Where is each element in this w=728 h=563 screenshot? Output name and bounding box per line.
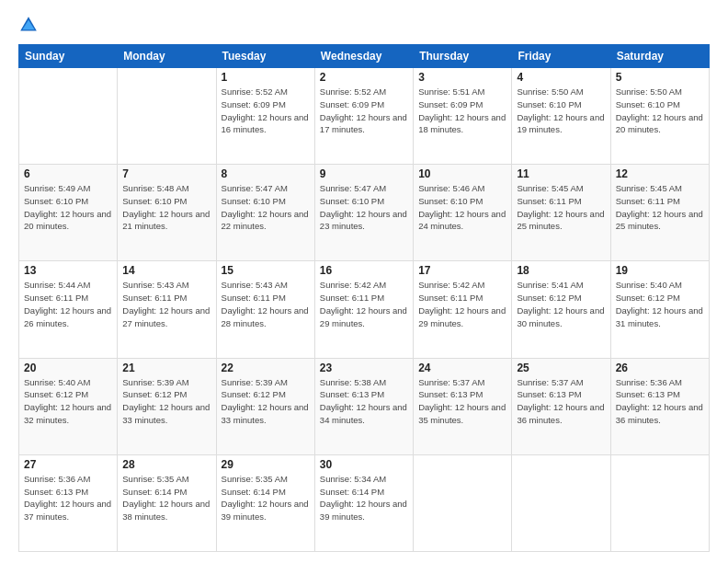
day-info: Sunrise: 5:52 AM Sunset: 6:09 PM Dayligh… xyxy=(320,86,408,136)
weekday-header-friday: Friday xyxy=(512,45,610,68)
day-info: Sunrise: 5:50 AM Sunset: 6:10 PM Dayligh… xyxy=(517,86,605,136)
day-info: Sunrise: 5:36 AM Sunset: 6:13 PM Dayligh… xyxy=(616,376,704,427)
weekday-header-wednesday: Wednesday xyxy=(314,45,413,68)
day-number: 6 xyxy=(24,167,112,180)
day-number: 10 xyxy=(418,167,506,180)
day-number: 15 xyxy=(222,264,310,277)
calendar-cell: 15Sunrise: 5:43 AM Sunset: 6:11 PM Dayli… xyxy=(216,261,314,358)
calendar-cell: 11Sunrise: 5:45 AM Sunset: 6:11 PM Dayli… xyxy=(512,165,610,261)
day-info: Sunrise: 5:35 AM Sunset: 6:14 PM Dayligh… xyxy=(222,473,310,523)
day-info: Sunrise: 5:37 AM Sunset: 6:13 PM Dayligh… xyxy=(517,376,605,427)
day-info: Sunrise: 5:51 AM Sunset: 6:09 PM Dayligh… xyxy=(418,86,506,136)
day-number: 28 xyxy=(122,458,210,471)
weekday-header-sunday: Sunday xyxy=(19,45,118,68)
day-number: 24 xyxy=(418,362,506,374)
weekday-header-tuesday: Tuesday xyxy=(216,45,314,68)
day-number: 5 xyxy=(616,71,704,84)
day-number: 21 xyxy=(122,362,210,374)
day-number: 30 xyxy=(320,458,408,471)
day-info: Sunrise: 5:38 AM Sunset: 6:13 PM Dayligh… xyxy=(320,376,408,427)
day-number: 16 xyxy=(320,264,408,277)
logo-icon xyxy=(18,15,39,35)
day-number: 20 xyxy=(24,362,112,374)
logo xyxy=(18,15,42,35)
day-info: Sunrise: 5:39 AM Sunset: 6:12 PM Dayligh… xyxy=(122,376,210,427)
calendar-week-5: 27Sunrise: 5:36 AM Sunset: 6:13 PM Dayli… xyxy=(19,454,710,551)
day-number: 7 xyxy=(122,167,210,180)
calendar-cell: 26Sunrise: 5:36 AM Sunset: 6:13 PM Dayli… xyxy=(610,358,709,454)
calendar-cell: 12Sunrise: 5:45 AM Sunset: 6:11 PM Dayli… xyxy=(610,165,709,261)
day-info: Sunrise: 5:34 AM Sunset: 6:14 PM Dayligh… xyxy=(320,473,408,523)
calendar-cell: 5Sunrise: 5:50 AM Sunset: 6:10 PM Daylig… xyxy=(610,68,709,165)
day-info: Sunrise: 5:46 AM Sunset: 6:10 PM Dayligh… xyxy=(418,182,506,233)
day-info: Sunrise: 5:44 AM Sunset: 6:11 PM Dayligh… xyxy=(24,279,112,329)
day-number: 8 xyxy=(222,167,310,180)
day-number: 13 xyxy=(24,264,112,277)
calendar-week-1: 1Sunrise: 5:52 AM Sunset: 6:09 PM Daylig… xyxy=(19,68,710,165)
day-number: 27 xyxy=(24,458,112,471)
day-info: Sunrise: 5:45 AM Sunset: 6:11 PM Dayligh… xyxy=(517,182,605,233)
day-info: Sunrise: 5:43 AM Sunset: 6:11 PM Dayligh… xyxy=(122,279,210,329)
calendar-cell xyxy=(414,454,512,551)
day-number: 17 xyxy=(418,264,506,277)
calendar-cell: 25Sunrise: 5:37 AM Sunset: 6:13 PM Dayli… xyxy=(512,358,610,454)
calendar-cell: 1Sunrise: 5:52 AM Sunset: 6:09 PM Daylig… xyxy=(216,68,314,165)
calendar-cell: 28Sunrise: 5:35 AM Sunset: 6:14 PM Dayli… xyxy=(118,454,216,551)
day-info: Sunrise: 5:35 AM Sunset: 6:14 PM Dayligh… xyxy=(122,473,210,523)
calendar-cell: 4Sunrise: 5:50 AM Sunset: 6:10 PM Daylig… xyxy=(512,68,610,165)
page: SundayMondayTuesdayWednesdayThursdayFrid… xyxy=(0,0,728,563)
day-info: Sunrise: 5:36 AM Sunset: 6:13 PM Dayligh… xyxy=(24,473,112,523)
day-info: Sunrise: 5:50 AM Sunset: 6:10 PM Dayligh… xyxy=(616,86,704,136)
day-info: Sunrise: 5:39 AM Sunset: 6:12 PM Dayligh… xyxy=(222,376,310,427)
day-info: Sunrise: 5:42 AM Sunset: 6:11 PM Dayligh… xyxy=(418,279,506,329)
day-number: 9 xyxy=(320,167,408,180)
day-number: 18 xyxy=(517,264,605,277)
calendar-week-4: 20Sunrise: 5:40 AM Sunset: 6:12 PM Dayli… xyxy=(19,358,710,454)
calendar-cell: 20Sunrise: 5:40 AM Sunset: 6:12 PM Dayli… xyxy=(19,358,118,454)
day-number: 26 xyxy=(616,362,704,374)
day-info: Sunrise: 5:43 AM Sunset: 6:11 PM Dayligh… xyxy=(222,279,310,329)
calendar-cell xyxy=(118,68,216,165)
day-info: Sunrise: 5:52 AM Sunset: 6:09 PM Dayligh… xyxy=(222,86,310,136)
calendar-cell xyxy=(610,454,709,551)
day-number: 29 xyxy=(222,458,310,471)
day-info: Sunrise: 5:40 AM Sunset: 6:12 PM Dayligh… xyxy=(24,376,112,427)
calendar-cell: 23Sunrise: 5:38 AM Sunset: 6:13 PM Dayli… xyxy=(314,358,413,454)
day-number: 12 xyxy=(616,167,704,180)
day-number: 25 xyxy=(517,362,605,374)
calendar-week-2: 6Sunrise: 5:49 AM Sunset: 6:10 PM Daylig… xyxy=(19,165,710,261)
calendar-cell: 8Sunrise: 5:47 AM Sunset: 6:10 PM Daylig… xyxy=(216,165,314,261)
calendar-cell: 17Sunrise: 5:42 AM Sunset: 6:11 PM Dayli… xyxy=(414,261,512,358)
calendar-cell: 21Sunrise: 5:39 AM Sunset: 6:12 PM Dayli… xyxy=(118,358,216,454)
calendar-cell: 29Sunrise: 5:35 AM Sunset: 6:14 PM Dayli… xyxy=(216,454,314,551)
calendar-cell: 2Sunrise: 5:52 AM Sunset: 6:09 PM Daylig… xyxy=(314,68,413,165)
day-info: Sunrise: 5:47 AM Sunset: 6:10 PM Dayligh… xyxy=(320,182,408,233)
day-info: Sunrise: 5:48 AM Sunset: 6:10 PM Dayligh… xyxy=(122,182,210,233)
calendar-cell: 14Sunrise: 5:43 AM Sunset: 6:11 PM Dayli… xyxy=(118,261,216,358)
calendar-cell xyxy=(19,68,118,165)
day-number: 14 xyxy=(122,264,210,277)
calendar-cell: 22Sunrise: 5:39 AM Sunset: 6:12 PM Dayli… xyxy=(216,358,314,454)
calendar-table: SundayMondayTuesdayWednesdayThursdayFrid… xyxy=(18,44,710,552)
day-number: 23 xyxy=(320,362,408,374)
weekday-header-monday: Monday xyxy=(118,45,216,68)
calendar-cell: 16Sunrise: 5:42 AM Sunset: 6:11 PM Dayli… xyxy=(314,261,413,358)
day-info: Sunrise: 5:37 AM Sunset: 6:13 PM Dayligh… xyxy=(418,376,506,427)
day-number: 19 xyxy=(616,264,704,277)
calendar-cell: 24Sunrise: 5:37 AM Sunset: 6:13 PM Dayli… xyxy=(414,358,512,454)
day-info: Sunrise: 5:45 AM Sunset: 6:11 PM Dayligh… xyxy=(616,182,704,233)
calendar-cell: 27Sunrise: 5:36 AM Sunset: 6:13 PM Dayli… xyxy=(19,454,118,551)
calendar-cell: 10Sunrise: 5:46 AM Sunset: 6:10 PM Dayli… xyxy=(414,165,512,261)
calendar-cell: 9Sunrise: 5:47 AM Sunset: 6:10 PM Daylig… xyxy=(314,165,413,261)
calendar-cell xyxy=(512,454,610,551)
day-number: 1 xyxy=(222,71,310,84)
day-info: Sunrise: 5:49 AM Sunset: 6:10 PM Dayligh… xyxy=(24,182,112,233)
calendar-cell: 13Sunrise: 5:44 AM Sunset: 6:11 PM Dayli… xyxy=(19,261,118,358)
day-number: 11 xyxy=(517,167,605,180)
calendar-cell: 19Sunrise: 5:40 AM Sunset: 6:12 PM Dayli… xyxy=(610,261,709,358)
calendar-cell: 30Sunrise: 5:34 AM Sunset: 6:14 PM Dayli… xyxy=(314,454,413,551)
weekday-header-row: SundayMondayTuesdayWednesdayThursdayFrid… xyxy=(19,45,710,68)
calendar-cell: 18Sunrise: 5:41 AM Sunset: 6:12 PM Dayli… xyxy=(512,261,610,358)
calendar-cell: 6Sunrise: 5:49 AM Sunset: 6:10 PM Daylig… xyxy=(19,165,118,261)
day-number: 2 xyxy=(320,71,408,84)
